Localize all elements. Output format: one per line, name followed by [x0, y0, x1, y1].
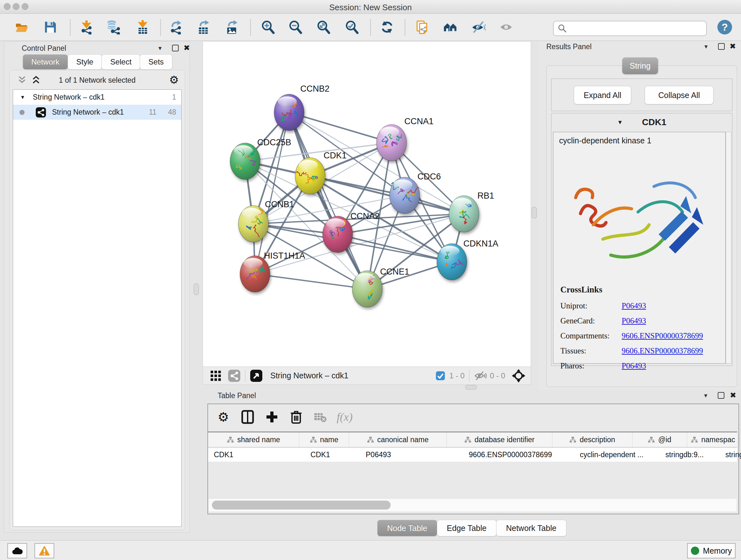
show-all-button[interactable] [497, 18, 515, 36]
column-header-database-identifier[interactable]: database identifier [447, 432, 552, 447]
first-neighbors-button[interactable] [442, 18, 459, 36]
expand-all-button[interactable]: Expand All [574, 86, 631, 105]
network-node-CCNB2[interactable] [274, 94, 304, 131]
network-edge-CCNB2-CCNE1[interactable] [289, 112, 367, 289]
horizontal-scrollbar[interactable] [209, 498, 737, 511]
fx-icon: f(x) [337, 410, 353, 424]
export-network-button[interactable] [167, 18, 185, 36]
open-session-button[interactable] [13, 18, 30, 36]
warnings-button[interactable] [35, 543, 54, 558]
network-node-CCNE1[interactable] [352, 271, 382, 307]
houses-icon [443, 20, 458, 35]
tab-sets[interactable]: Sets [140, 54, 172, 70]
network-edge-CCNB2-CCNA1[interactable] [289, 112, 392, 143]
zoom-fit-button[interactable] [315, 18, 332, 36]
panel-menu-icon[interactable]: ▼ [703, 44, 709, 50]
clone-network-button[interactable] [414, 18, 431, 36]
tab-style[interactable]: Style [68, 54, 102, 70]
cloud-status-button[interactable] [7, 543, 27, 558]
network-node-CCNB1[interactable] [239, 206, 268, 242]
crosslink-link[interactable]: P06493 [622, 316, 646, 331]
column-type-icon [569, 436, 576, 443]
column-header-canonical-name[interactable]: canonical name [349, 432, 447, 447]
float-panel-icon[interactable] [718, 392, 724, 399]
column-header-description[interactable]: description [552, 432, 632, 447]
network-node-CCNA1[interactable] [377, 125, 407, 161]
tab-edge-table[interactable]: Edge Table [437, 520, 496, 537]
fit-content-crosshair-icon[interactable] [512, 369, 526, 383]
collapse-triangle-icon[interactable]: ▼ [20, 95, 25, 100]
tab-string[interactable]: String [622, 57, 658, 74]
network-options-gear-icon[interactable]: ⚙ [169, 73, 179, 86]
tab-network-table[interactable]: Network Table [496, 520, 566, 537]
column-header-name[interactable]: name [299, 432, 349, 447]
search-input[interactable] [569, 24, 706, 33]
panel-menu-icon[interactable]: ▼ [703, 393, 709, 399]
network-node-CDC25B[interactable] [230, 143, 260, 179]
table-row[interactable]: CDK1CDK1P064939606.ENSP00000378699cyclin… [208, 448, 737, 462]
crosslink-link[interactable]: 9606.ENSP00000378699 [622, 347, 703, 361]
column-header-shared-name[interactable]: shared name [208, 432, 299, 447]
network-collection-row[interactable]: ▼ String Network – cdk1 1 [13, 90, 181, 105]
import-table-button[interactable] [134, 18, 151, 36]
create-column-button[interactable] [263, 408, 281, 426]
network-node-HIST1H1A[interactable] [240, 256, 270, 292]
network-edge-CDK1-RB1[interactable] [310, 176, 464, 214]
birds-eye-view-icon[interactable] [250, 369, 263, 382]
tab-select[interactable]: Select [102, 54, 140, 70]
network-edge-CCNB2-HIST1H1A[interactable] [255, 112, 289, 274]
left-splitter-handle[interactable] [194, 284, 199, 295]
delete-column-button[interactable] [287, 408, 305, 426]
network-canvas[interactable]: CCNB2CCNA1CDC25BCDK1CDC6RB1CCNB1CCNA2CDK… [203, 42, 531, 367]
export-table-button[interactable] [195, 18, 212, 36]
network-view[interactable]: CCNB2CCNA1CDC25BCDK1CDC6RB1CCNB1CCNA2CDK… [203, 41, 531, 367]
import-network-database-button[interactable] [105, 18, 122, 36]
horizontal-splitter-handle[interactable] [465, 385, 477, 389]
refresh-icon [380, 20, 394, 35]
network-node-CDK1[interactable] [295, 158, 325, 194]
collapse-all-button[interactable]: Collapse All [645, 86, 714, 105]
help-button[interactable]: ? [718, 20, 732, 35]
grid-view-icon[interactable] [210, 370, 222, 382]
vertical-scrollbar[interactable] [726, 132, 731, 364]
crosslink-row: Compartments:9606.ENSP00000378699 [560, 331, 720, 347]
gene-panel-header[interactable]: ▼ CDK1 [551, 113, 732, 131]
crosslink-row: Tissues:9606.ENSP00000378699 [560, 347, 720, 361]
import-network-file-button[interactable] [78, 18, 95, 36]
network-view-mode-icon[interactable] [228, 369, 241, 382]
crosslink-link[interactable]: P06493 [622, 301, 646, 316]
hide-selected-button[interactable] [470, 18, 487, 36]
float-panel-icon[interactable] [172, 45, 179, 51]
tab-network[interactable]: Network [23, 54, 68, 70]
right-splitter-handle[interactable] [532, 207, 537, 219]
float-panel-icon[interactable] [718, 43, 725, 50]
column-header-namespac[interactable]: namespac [687, 432, 739, 447]
memory-button[interactable]: Memory [687, 543, 736, 558]
column-header-@id[interactable]: @id [632, 432, 687, 447]
zoom-selected-button[interactable] [343, 18, 360, 36]
refresh-view-button[interactable] [379, 18, 396, 36]
collapse-triangle-icon[interactable]: ▼ [617, 119, 623, 126]
network-node-CCNA2[interactable] [323, 216, 353, 253]
selected-checkbox-icon[interactable] [435, 371, 446, 381]
table-options-button[interactable]: ⚙ [214, 408, 232, 426]
panel-menu-icon[interactable]: ▼ [157, 45, 163, 52]
column-type-icon [648, 436, 655, 443]
zoom-out-button[interactable] [287, 18, 304, 36]
network-node-CDKN1A[interactable] [437, 244, 467, 280]
close-panel-icon[interactable]: ✖ [730, 391, 736, 400]
crosslink-link[interactable]: P06493 [622, 361, 646, 376]
network-node-RB1[interactable] [449, 196, 479, 232]
show-columns-button[interactable] [239, 408, 257, 426]
network-row[interactable]: String Network – cdk1 11 48 [13, 105, 181, 120]
save-session-button[interactable] [42, 18, 59, 36]
close-panel-icon[interactable]: ✖ [184, 44, 190, 52]
tab-node-table[interactable]: Node Table [377, 520, 437, 537]
crosslink-link[interactable]: 9606.ENSP00000378699 [622, 331, 703, 347]
export-image-button[interactable] [223, 18, 240, 36]
close-panel-icon[interactable]: ✖ [730, 42, 736, 51]
network-node-CDC6[interactable] [390, 177, 420, 213]
scrollbar-thumb[interactable] [212, 501, 391, 509]
zoom-in-button[interactable] [259, 18, 277, 36]
network-edge-HIST1H1A-CCNE1[interactable] [255, 274, 367, 289]
